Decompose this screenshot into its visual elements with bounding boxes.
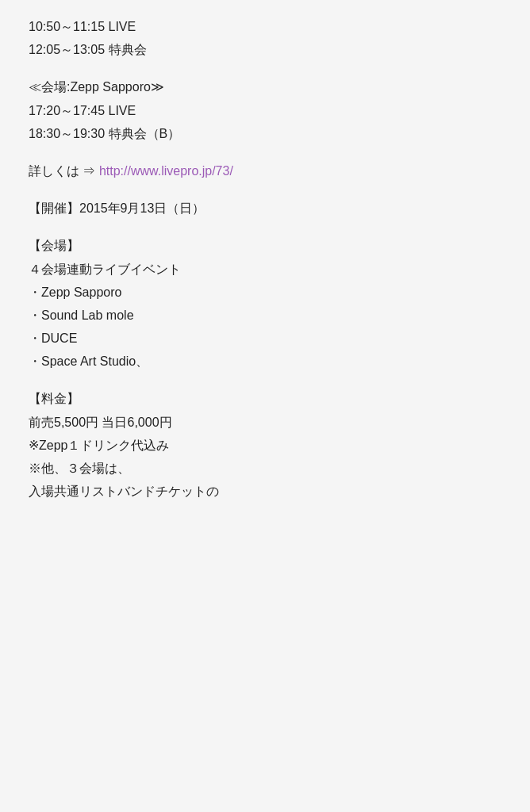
venue-header: 【会場】 — [29, 235, 501, 256]
venue-zepp-sapporo: ≪会場:Zepp Sapporo≫ — [29, 76, 501, 98]
venue-description: ４会場連動ライブイベント — [29, 259, 501, 280]
venue-item-3: ・DUCE — [29, 327, 501, 349]
time-line-3: 17:20～17:45 LIVE — [29, 100, 501, 121]
blank-1 — [29, 62, 501, 76]
blank-3 — [29, 183, 501, 197]
price-header: 【料金】 — [29, 388, 501, 409]
blank-2 — [29, 146, 501, 160]
livepro-link[interactable]: http://www.livepro.jp/73/ — [99, 164, 233, 178]
time-line-1: 10:50～11:15 LIVE — [29, 16, 501, 37]
price-line-1: 前売5,500円 当日6,000円 — [29, 412, 501, 433]
time-line-4: 18:30～19:30 特典会（B） — [29, 123, 501, 144]
venue-item-2: ・Sound Lab mole — [29, 304, 501, 326]
event-date: 【開催】2015年9月13日（日） — [29, 197, 501, 219]
blank-4 — [29, 220, 501, 235]
venue-item-1: ・Zepp Sapporo — [29, 282, 501, 303]
detail-line: 詳しくは ⇒ http://www.livepro.jp/73/ — [29, 160, 501, 182]
blank-5 — [29, 373, 501, 388]
price-line-3: ※他、３会場は、 — [29, 458, 501, 479]
detail-label: 詳しくは ⇒ — [29, 164, 99, 178]
venue-item-4: ・Space Art Studio、 — [29, 350, 501, 372]
main-content: 10:50～11:15 LIVE 12:05～13:05 特典会 ≪会場:Zep… — [0, 0, 530, 527]
time-line-2: 12:05～13:05 特典会 — [29, 39, 501, 60]
price-line-2: ※Zepp１ドリンク代込み — [29, 435, 501, 456]
price-line-4: 入場共通リストバンドチケットの — [29, 481, 501, 502]
